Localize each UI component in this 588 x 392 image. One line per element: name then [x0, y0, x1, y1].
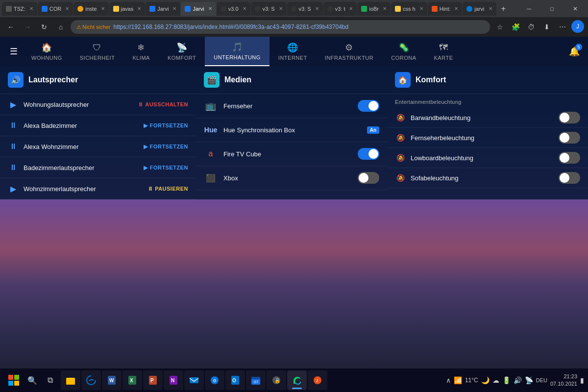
- nav-corona[interactable]: 🦠 CORONA: [382, 37, 425, 66]
- taskbar-search-button[interactable]: 🔍: [24, 371, 41, 389]
- taskbar-app-ppt[interactable]: P: [143, 370, 163, 390]
- tab-jarvi1[interactable]: Jarvi ✕: [146, 2, 180, 16]
- pause-icon-1: ⏸: [138, 101, 144, 107]
- hue-icon: Hue: [204, 123, 218, 137]
- tab-v3s2[interactable]: v3: S ✕: [287, 2, 323, 16]
- fernseher-toggle[interactable]: [358, 100, 379, 112]
- tab-cssh[interactable]: css h ✕: [391, 2, 427, 16]
- speaker-row-wohnungslautsprecher: ▶ Wohnungslautsprecher ⏸ AUSSCHALTEN: [0, 94, 196, 115]
- back-button[interactable]: ←: [4, 20, 18, 34]
- tray-network[interactable]: 📡: [525, 376, 533, 384]
- tab-iobr[interactable]: ioBr ✕: [357, 2, 391, 16]
- speaker-fortsetzen-button-3[interactable]: ▶ FORTSETZEN: [144, 165, 188, 171]
- tab-hint[interactable]: Hint: ✕: [428, 2, 463, 16]
- barwand-toggle[interactable]: [559, 112, 580, 123]
- tab-add-button[interactable]: +: [497, 2, 511, 16]
- tray-battery[interactable]: 🔋: [502, 376, 511, 384]
- speaker-play-icon-1: ▶: [8, 99, 19, 110]
- nav-komfort[interactable]: 📡 KOMFORT: [159, 37, 205, 66]
- tab-cor[interactable]: COR ✕: [38, 2, 73, 16]
- nav-karte[interactable]: 🗺 KARTE: [425, 37, 462, 66]
- history-button[interactable]: ⏱: [524, 20, 538, 34]
- taskbar-app-edge-active[interactable]: [287, 370, 307, 390]
- tab-jarvi-last[interactable]: jarvi ✕: [463, 2, 496, 16]
- toolbar-actions: ☆ 🧩 ⏱ ⬇ ⋯ J: [493, 20, 584, 34]
- taskbar-app-excel[interactable]: X: [122, 370, 142, 390]
- wohnung-icon: 🏠: [41, 42, 52, 53]
- svg-rect-16: [251, 377, 260, 379]
- nav-sicherheit[interactable]: 🛡 SICHERHEIT: [71, 37, 124, 66]
- speaker-ausschalten-button[interactable]: ⏸ AUSSCHALTEN: [138, 101, 188, 107]
- tab-v3t[interactable]: v3: t ✕: [323, 2, 357, 16]
- lowboard-toggle[interactable]: [559, 152, 580, 164]
- taskbar-time-value: 21:23: [550, 373, 577, 380]
- speaker-name-3: Alexa Wohnzimmer: [24, 143, 144, 150]
- media-row-hue: Hue Hue Synchronisation Box An: [196, 118, 387, 142]
- extensions-button[interactable]: 🧩: [509, 20, 522, 34]
- nav-internet[interactable]: 🌐 INTERNET: [270, 37, 316, 66]
- tab-v30[interactable]: v3.0 ✕: [217, 2, 250, 16]
- close-button[interactable]: ✕: [564, 2, 586, 16]
- taskbar-app-onenote[interactable]: N: [164, 370, 183, 390]
- medien-card-icon: 🎬: [204, 72, 220, 88]
- tray-chevron[interactable]: ∧: [446, 376, 451, 384]
- taskbar-app-edge[interactable]: [81, 370, 101, 390]
- taskbar-app-folder[interactable]: [61, 370, 80, 390]
- maximize-button[interactable]: □: [541, 2, 563, 16]
- sofa-toggle[interactable]: [559, 172, 580, 184]
- taskbar-app-outlook[interactable]: O: [225, 370, 245, 390]
- taskbar-clock[interactable]: 21:23 07.10.2021: [550, 373, 577, 388]
- speaker-fortsetzen-button-1[interactable]: ▶ FORTSETZEN: [144, 122, 188, 129]
- media-row-xbox: ⬛ Xbox: [196, 166, 387, 190]
- taskbar-app-security[interactable]: 🔒: [267, 370, 286, 390]
- taskbar-app-word[interactable]: W: [102, 370, 122, 390]
- tab-tsz[interactable]: TSZ: ✕: [2, 2, 37, 16]
- more-button[interactable]: ⋯: [556, 20, 569, 34]
- tab-inste[interactable]: inste ✕: [74, 2, 108, 16]
- firetv-toggle[interactable]: [358, 148, 379, 160]
- taskbar-app-music[interactable]: ♪: [308, 370, 327, 390]
- forward-button[interactable]: →: [21, 20, 34, 34]
- tab-jarvi2-active[interactable]: Jarvi ✕: [181, 2, 216, 16]
- taskbar: 🔍 ⧉ W X P: [0, 368, 588, 392]
- taskbar-task-view[interactable]: ⧉: [41, 371, 59, 389]
- xbox-toggle[interactable]: [358, 172, 379, 184]
- tray-show-desktop[interactable]: ▮: [580, 376, 584, 384]
- nav-klima[interactable]: ❄ KLIMA: [123, 37, 159, 66]
- tab-v3s1[interactable]: v3: S ✕: [251, 2, 287, 16]
- firetv-name: Fire TV Cube: [223, 150, 358, 158]
- speaker-fortsetzen-button-2[interactable]: ▶ FORTSETZEN: [144, 144, 188, 150]
- fernseher-toggle-knob: [368, 101, 378, 111]
- hamburger-menu[interactable]: ☰: [5, 43, 23, 60]
- home-button[interactable]: ⌂: [54, 20, 68, 34]
- taskbar-app-mail[interactable]: [184, 370, 204, 390]
- speaker-row-wohn-lautsprecher: ▶ Wohnzimmerlautsprecher ⏸ PAUSIEREN: [0, 178, 196, 199]
- taskbar-app-7[interactable]: ⚙: [205, 370, 224, 390]
- medien-title: Medien: [224, 75, 251, 84]
- downloads-button[interactable]: ⬇: [540, 20, 554, 34]
- fernseher-bel-toggle-knob: [560, 133, 569, 143]
- nav-items: 🏠 WOHNUNG 🛡 SICHERHEIT ❄ KLIMA 📡 KOMFORT: [23, 37, 565, 66]
- nav-wohnung[interactable]: 🏠 WOHNUNG: [23, 37, 71, 66]
- tray-volume[interactable]: 🔊: [514, 376, 522, 384]
- bookmark-button[interactable]: ☆: [493, 20, 507, 34]
- minimize-button[interactable]: ─: [518, 2, 540, 16]
- notification-button[interactable]: 🔔 5: [565, 43, 583, 60]
- speaker-pause-icon-3: ⏸: [8, 141, 19, 152]
- taskbar-app-calendar[interactable]: 07: [246, 370, 266, 390]
- nav-infrastruktur[interactable]: ⚙ INFRASTRUKTUR: [316, 37, 382, 66]
- start-button[interactable]: [4, 370, 24, 390]
- fernseher-bel-toggle[interactable]: [559, 132, 580, 144]
- address-bar[interactable]: ⚠ Nicht sicher https://192.168.168.27:80…: [71, 20, 490, 34]
- nav-unterhaltung[interactable]: 🎵 UNTERHALTUNG: [205, 37, 270, 66]
- play-icon-2: ▶: [144, 122, 148, 129]
- tray-wifi[interactable]: 📶: [454, 376, 462, 384]
- svg-text:⚙: ⚙: [213, 378, 217, 383]
- speaker-pausieren-button[interactable]: ⏸ PAUSIEREN: [147, 186, 188, 192]
- reload-button[interactable]: ↻: [37, 20, 51, 34]
- lautsprecher-title: Lautsprecher: [28, 75, 78, 84]
- profile-avatar[interactable]: J: [571, 20, 584, 33]
- tab-javas[interactable]: javas ✕: [109, 2, 146, 16]
- xbox-name: Xbox: [223, 174, 358, 182]
- svg-text:P: P: [150, 378, 154, 383]
